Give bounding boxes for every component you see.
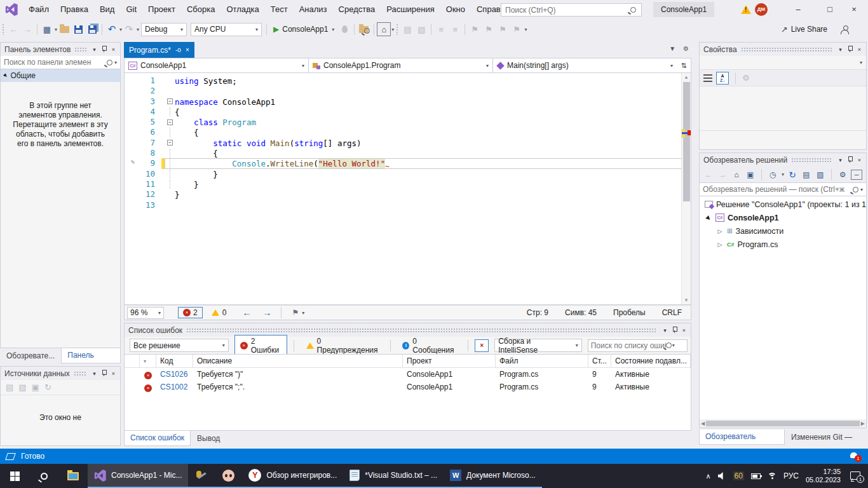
tab-server-explorer[interactable]: Обозревате... bbox=[0, 348, 61, 363]
split-window-icon[interactable]: ⇅ bbox=[677, 58, 691, 72]
fold-collapse-icon[interactable]: − bbox=[167, 119, 173, 125]
scrollbar-thumb[interactable] bbox=[683, 82, 690, 201]
window-menu-icon[interactable]: ▾ bbox=[90, 46, 98, 53]
show-all-files-icon[interactable]: – bbox=[851, 170, 862, 180]
document-list-dropdown-icon[interactable]: ▼ bbox=[669, 45, 675, 52]
tab-git-changes[interactable]: Изменения Git — п... bbox=[785, 430, 867, 445]
collapsed-icon[interactable]: ▷ bbox=[716, 241, 724, 248]
home-icon[interactable]: ⌂ bbox=[731, 170, 742, 179]
undo-icon[interactable]: ↶ bbox=[105, 22, 119, 36]
pin-icon[interactable] bbox=[672, 327, 677, 334]
home-icon[interactable]: ⌂ bbox=[377, 22, 391, 36]
messages-filter-button[interactable]: i 0 Сообщения bbox=[397, 335, 461, 356]
scroll-down-icon[interactable]: ▼ bbox=[684, 297, 689, 303]
code-line-2[interactable]: 2 bbox=[125, 86, 691, 96]
navigate-backward-icon[interactable]: ← bbox=[238, 308, 255, 318]
error-row-CS1002[interactable]: ×CS1002Требуется ";".ConsoleApp1Program.… bbox=[125, 381, 691, 393]
column-state[interactable]: Состояние подавл... bbox=[611, 355, 691, 367]
taskbar-search-button[interactable] bbox=[29, 464, 58, 488]
editor-vertical-scrollbar[interactable]: ▲ ▼ bbox=[681, 73, 691, 304]
forward-icon[interactable]: → bbox=[717, 170, 728, 179]
prev-bookmark-icon[interactable]: ⚑ bbox=[482, 22, 496, 36]
live-share-button[interactable]: ↗ Live Share bbox=[781, 25, 868, 34]
action-center-icon[interactable]: 1 bbox=[850, 471, 862, 481]
error-scope-dropdown[interactable]: Все решение▾ bbox=[130, 339, 229, 352]
redo-icon[interactable]: ↷ bbox=[122, 22, 136, 36]
nav-type-dropdown[interactable]: ConsoleApp1.Program ▾ bbox=[309, 58, 493, 72]
data-sources-header[interactable]: Источники данных ▾ × bbox=[1, 367, 120, 380]
close-icon[interactable]: × bbox=[109, 370, 118, 377]
code-line-8[interactable]: 8 { bbox=[125, 148, 691, 158]
quick-search-box[interactable] bbox=[501, 3, 642, 17]
navigate-forward-icon[interactable]: → bbox=[20, 22, 34, 36]
preview-selected-icon[interactable]: ⚙ bbox=[837, 170, 848, 179]
quick-search-input[interactable] bbox=[501, 6, 630, 15]
comment-icon[interactable]: ≡ bbox=[434, 22, 448, 36]
solution-search-input[interactable] bbox=[703, 185, 853, 194]
clear-bookmarks-icon[interactable]: ⚑ bbox=[510, 22, 524, 36]
column-project[interactable]: Проект bbox=[403, 355, 496, 367]
navigate-back-icon[interactable]: ← bbox=[6, 22, 20, 36]
battery-percent[interactable]: 60 bbox=[733, 471, 744, 480]
solution-configuration-dropdown[interactable]: Debug▾ bbox=[141, 23, 187, 36]
solution-search[interactable]: ▾ bbox=[700, 183, 866, 196]
code-line-3[interactable]: 3−namespace ConsoleApp1 bbox=[125, 97, 691, 107]
tray-expand-icon[interactable]: ∧ bbox=[705, 472, 710, 480]
task-game-tools[interactable] bbox=[188, 464, 215, 488]
window-menu-icon[interactable]: ▾ bbox=[836, 157, 844, 163]
toolbox-group-general[interactable]: ▶ Общие bbox=[1, 69, 120, 82]
column-line[interactable]: Ст... bbox=[588, 355, 611, 367]
edit-data-source-icon[interactable]: ▣ bbox=[32, 383, 39, 392]
error-search-input[interactable] bbox=[591, 341, 666, 350]
code-editor[interactable]: 1using System;23−namespace ConsoleApp14{… bbox=[124, 73, 691, 305]
tab-program-cs[interactable]: Program.cs* -o × bbox=[124, 42, 194, 58]
pin-icon[interactable] bbox=[847, 156, 853, 163]
refresh-icon[interactable]: ↻ bbox=[787, 170, 798, 180]
zoom-dropdown[interactable]: 96 %▾ bbox=[127, 307, 164, 319]
menu-анализ[interactable]: Анализ bbox=[294, 0, 333, 19]
error-list-search[interactable]: ▾ bbox=[588, 339, 688, 352]
feedback-person-icon[interactable] bbox=[841, 25, 849, 34]
column-description[interactable]: Описание bbox=[193, 355, 403, 367]
task-visual-studio[interactable]: ConsoleApp1 - Mic... bbox=[88, 464, 188, 488]
scroll-up-icon[interactable]: ▲ bbox=[684, 74, 689, 80]
pin-icon[interactable] bbox=[101, 46, 107, 53]
editor-errors-indicator[interactable]: × 2 bbox=[178, 307, 203, 318]
code-line-9[interactable]: ✎9 Console.WriteLine("Hello World!"~ bbox=[125, 158, 691, 168]
menu-тест[interactable]: Тест bbox=[265, 0, 294, 19]
menu-проект[interactable]: Проект bbox=[142, 0, 181, 19]
wifi-icon[interactable] bbox=[768, 473, 776, 480]
tree-item-program-cs[interactable]: ▷ C# Program.cs bbox=[700, 238, 866, 251]
code-line-11[interactable]: 11 } bbox=[125, 179, 691, 189]
menu-git[interactable]: Git bbox=[120, 0, 142, 19]
toolbox-header[interactable]: Панель элементов ▾ × bbox=[1, 43, 120, 56]
collapsed-icon[interactable]: ▷ bbox=[716, 228, 724, 234]
error-source-dropdown[interactable]: Сборка и IntelliSense▾ bbox=[494, 339, 582, 352]
display-outline-icon[interactable]: ▧ bbox=[414, 22, 428, 36]
fold-collapse-icon[interactable]: − bbox=[167, 98, 173, 104]
open-file-icon[interactable] bbox=[57, 22, 71, 36]
menu-правка[interactable]: Правка bbox=[55, 0, 94, 19]
notifications-bell-icon[interactable]: 1 bbox=[849, 452, 859, 461]
eol-indicator[interactable]: CRLF bbox=[662, 308, 682, 317]
menu-средства[interactable]: Средства bbox=[333, 0, 381, 19]
close-icon[interactable]: × bbox=[855, 46, 864, 53]
pin-icon[interactable] bbox=[847, 46, 853, 53]
categorized-icon[interactable] bbox=[703, 74, 712, 82]
user-avatar[interactable]: ДМ bbox=[755, 3, 768, 16]
tree-item-dependencies[interactable]: ▷ ⊞ Зависимости bbox=[700, 224, 866, 238]
menu-вид[interactable]: Вид bbox=[94, 0, 121, 19]
errors-filter-button[interactable]: × 2 Ошибки bbox=[234, 335, 287, 356]
task-word[interactable]: W Документ Microso... bbox=[444, 464, 542, 488]
window-menu-icon[interactable]: ▾ bbox=[661, 327, 669, 334]
configure-data-source-icon[interactable]: ▧ bbox=[18, 383, 26, 392]
code-cleanup-icon[interactable]: ⚑ bbox=[287, 308, 299, 317]
column-file[interactable]: Файл bbox=[496, 355, 588, 367]
pin-icon[interactable]: -o bbox=[175, 46, 181, 53]
tab-options-gear-icon[interactable]: ⚙ bbox=[683, 45, 689, 52]
next-bookmark-icon[interactable]: ⚑ bbox=[496, 22, 510, 36]
code-line-10[interactable]: 10 } bbox=[125, 169, 691, 179]
solution-horizontal-scrollbar[interactable]: ◀▶ bbox=[700, 419, 866, 428]
close-icon[interactable]: × bbox=[186, 46, 189, 53]
warning-icon[interactable] bbox=[741, 5, 751, 14]
